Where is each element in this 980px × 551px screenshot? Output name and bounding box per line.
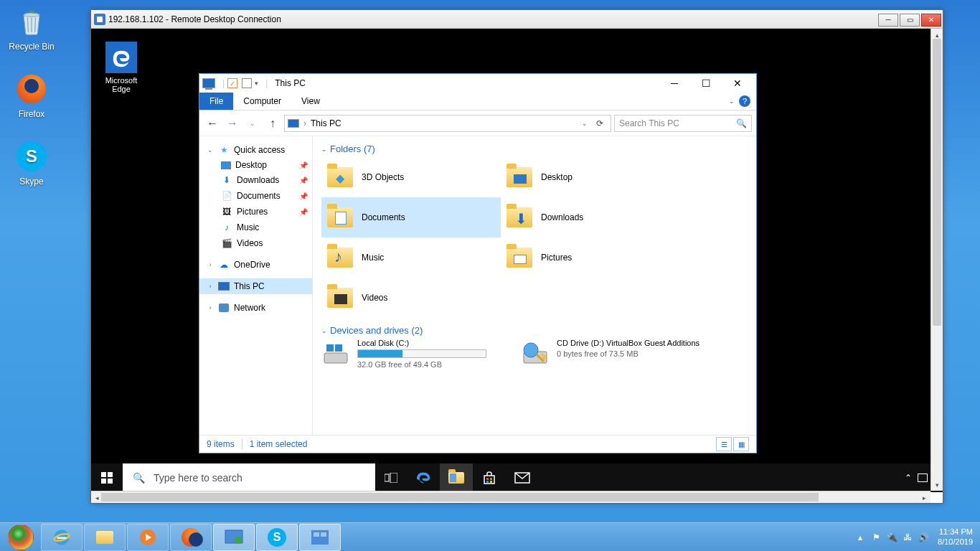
ribbon: File Computer View ⌄ ?: [199, 93, 756, 110]
host-taskbar: S ▴ ⚑ 🔌 🖧 🔊 11:34 PM 8/10/2019: [0, 522, 980, 551]
svg-rect-14: [490, 478, 492, 480]
tray-clock[interactable]: 11:34 PM 8/10/2019: [933, 527, 973, 546]
taskbar-edge[interactable]: [407, 463, 440, 492]
skype-icon[interactable]: S Skype: [4, 139, 59, 187]
folder-music[interactable]: ♪Music: [321, 237, 501, 278]
qat-dropdown-icon[interactable]: ▾: [255, 80, 258, 87]
explorer-minimize-button[interactable]: ─: [659, 74, 690, 93]
svg-rect-15: [486, 481, 489, 483]
nav-pictures[interactable]: 🖼Pictures📌: [214, 204, 312, 220]
tray-flag-icon[interactable]: ⚑: [870, 532, 882, 543]
folder-documents[interactable]: Documents: [321, 197, 501, 237]
nav-downloads[interactable]: ⬇Downloads📌: [214, 172, 312, 188]
nav-onedrive[interactable]: ›☁OneDrive: [199, 257, 312, 273]
svg-rect-11: [385, 474, 389, 481]
ribbon-expand-icon[interactable]: ⌄: [729, 98, 735, 105]
explorer-titlebar[interactable]: | ✓ ▾ | This PC ─ ☐ ✕: [199, 74, 756, 93]
tab-computer[interactable]: Computer: [233, 93, 291, 110]
view-details-icon[interactable]: ☰: [716, 437, 732, 451]
folder-desktop[interactable]: Desktop: [501, 157, 680, 197]
refresh-icon[interactable]: ⟳: [592, 118, 608, 128]
nav-documents[interactable]: 📄Documents📌: [214, 188, 312, 204]
address-icon: [288, 119, 299, 128]
recent-locations-button[interactable]: ⌄: [244, 115, 261, 132]
view-large-icons-icon[interactable]: ▦: [733, 437, 749, 451]
rdp-title-text: 192.168.1.102 - Remote Desktop Connectio…: [108, 14, 281, 24]
rdp-viewport: Microsoft Edge | ✓ ▾ | This PC ─ ☐ ✕: [91, 29, 943, 492]
tray-power-icon[interactable]: 🔌: [886, 532, 897, 543]
nav-quick-access[interactable]: ⌄★Quick access: [199, 142, 312, 158]
firefox-icon[interactable]: Firefox: [4, 72, 59, 119]
nav-this-pc[interactable]: ›This PC: [199, 278, 312, 294]
rdp-icon: [94, 14, 105, 25]
svg-rect-9: [101, 479, 106, 484]
taskbar-explorer[interactable]: [440, 463, 473, 492]
recycle-bin-icon[interactable]: Recycle Bin: [4, 4, 59, 52]
host-start-button[interactable]: [1, 523, 40, 552]
folder-videos[interactable]: Videos: [321, 278, 501, 318]
edge-desktop-icon[interactable]: Microsoft Edge: [98, 42, 144, 93]
folder-pictures[interactable]: Pictures: [501, 237, 680, 278]
nav-pane: ⌄★Quick access Desktop📌 ⬇Downloads📌 📄Doc…: [199, 136, 313, 435]
qat-properties-icon[interactable]: ✓: [227, 78, 237, 88]
maximize-button[interactable]: ▭: [900, 14, 920, 27]
explorer-close-button[interactable]: ✕: [722, 74, 753, 93]
up-button[interactable]: ↑: [264, 115, 281, 132]
back-button[interactable]: ←: [204, 115, 221, 132]
address-bar[interactable]: › This PC ⌄ ⟳: [284, 115, 611, 132]
tab-view[interactable]: View: [291, 93, 330, 110]
host-taskbar-app[interactable]: [299, 524, 341, 551]
section-folders[interactable]: ⌄Folders (7): [321, 141, 748, 157]
tab-file[interactable]: File: [199, 93, 233, 110]
folder-downloads[interactable]: ⬇Downloads: [501, 197, 680, 237]
host-taskbar-firefox[interactable]: [170, 524, 212, 551]
rdp-titlebar[interactable]: 192.168.1.102 - Remote Desktop Connectio…: [91, 10, 943, 29]
nav-videos[interactable]: 🎬Videos: [214, 235, 312, 251]
help-icon[interactable]: ?: [739, 95, 750, 107]
rdp-window: 192.168.1.102 - Remote Desktop Connectio…: [90, 9, 943, 504]
qat-new-folder-icon[interactable]: [242, 78, 252, 88]
start-button[interactable]: [91, 463, 123, 492]
svg-point-22: [235, 537, 242, 544]
rdp-scrollbar-vertical[interactable]: ▴ ▾: [930, 29, 943, 491]
taskbar-store[interactable]: [473, 463, 506, 492]
svg-rect-7: [101, 472, 106, 477]
rdp-scrollbar-horizontal[interactable]: ◂ ▸: [91, 491, 930, 503]
this-pc-icon: [202, 78, 215, 88]
host-taskbar-ie[interactable]: [41, 524, 83, 551]
action-center-icon[interactable]: [918, 474, 928, 482]
remote-desktop: Microsoft Edge | ✓ ▾ | This PC ─ ☐ ✕: [91, 29, 932, 492]
host-taskbar-explorer[interactable]: [84, 524, 126, 551]
taskbar-mail[interactable]: [506, 463, 539, 492]
search-box[interactable]: Search This PC 🔍: [614, 115, 752, 132]
tray-expand-icon[interactable]: ⌃: [905, 473, 912, 483]
svg-rect-10: [108, 479, 113, 484]
host-taskbar-skype[interactable]: S: [256, 524, 298, 551]
folder-3d-objects[interactable]: ◆3D Objects: [321, 157, 501, 197]
minimize-button[interactable]: ─: [878, 14, 898, 27]
host-taskbar-rdp[interactable]: [213, 524, 255, 551]
status-bar: 9 items 1 item selected ☰ ▦: [199, 435, 756, 453]
task-view-button[interactable]: [375, 463, 407, 492]
search-icon: 🔍: [736, 118, 747, 128]
explorer-maximize-button[interactable]: ☐: [690, 74, 722, 93]
close-button[interactable]: ✕: [921, 14, 941, 27]
svg-rect-8: [108, 472, 113, 477]
nav-network[interactable]: ›Network: [199, 300, 312, 316]
tray-show-hidden-icon[interactable]: ▴: [854, 532, 866, 543]
host-taskbar-media[interactable]: [127, 524, 169, 551]
forward-button[interactable]: →: [224, 115, 241, 132]
window-title: This PC: [275, 78, 306, 88]
drive-c[interactable]: Local Disk (C:) 32.0 GB free of 49.4 GB: [321, 339, 508, 369]
nav-desktop[interactable]: Desktop📌: [214, 158, 312, 172]
address-dropdown-icon[interactable]: ⌄: [582, 120, 588, 127]
content-pane: ⌄Folders (7) ◆3D Objects Desktop Documen…: [313, 136, 756, 435]
tray-volume-icon[interactable]: 🔊: [918, 532, 929, 543]
nav-music[interactable]: ♪Music: [214, 220, 312, 235]
section-drives[interactable]: ⌄Devices and drives (2): [321, 322, 748, 339]
svg-point-0: [24, 13, 39, 17]
host-system-tray: ▴ ⚑ 🔌 🖧 🔊 11:34 PM 8/10/2019: [854, 527, 979, 546]
tray-network-icon[interactable]: 🖧: [902, 532, 913, 543]
taskbar-search[interactable]: 🔍 Type here to search: [123, 463, 375, 492]
drive-d[interactable]: CD Drive (D:) VirtualBox Guest Additions…: [521, 339, 707, 369]
